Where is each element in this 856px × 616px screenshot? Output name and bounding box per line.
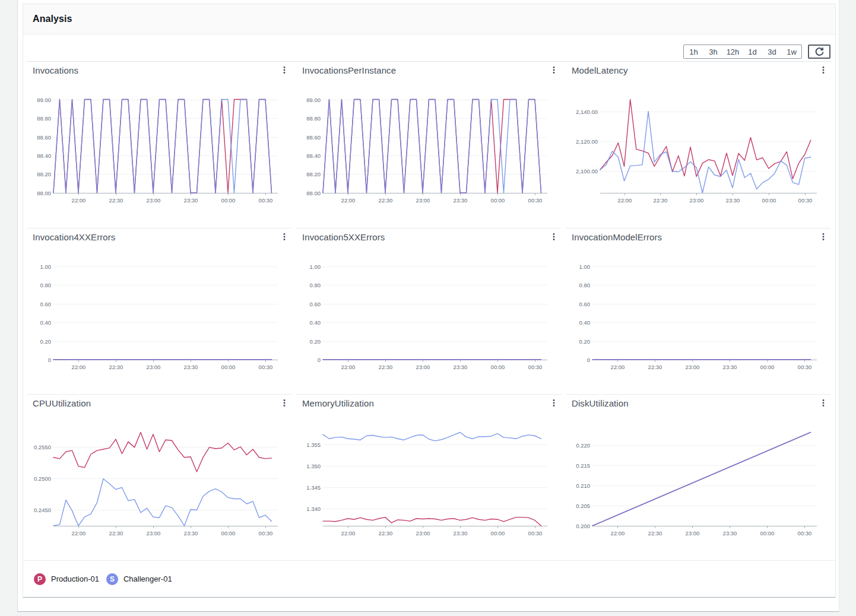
chart-plot-memoryutilization: 1.3551.3501.3451.34022:0022:3023:0023:30…: [296, 415, 561, 561]
svg-text:1.345: 1.345: [306, 484, 321, 491]
time-range-1d[interactable]: 1d: [743, 45, 762, 58]
chart-menu-kebab-icon[interactable]: [548, 398, 560, 410]
svg-text:0: 0: [587, 357, 590, 363]
svg-text:0.2500: 0.2500: [34, 475, 51, 482]
chart-title: InvocationModelErrors: [572, 231, 662, 243]
svg-text:0.80: 0.80: [310, 282, 321, 288]
chart-widget-invocationmodelerrors: InvocationModelErrors 1.000.800.600.400.…: [566, 228, 830, 394]
refresh-button[interactable]: [808, 45, 830, 59]
legend-label-production: Production-01: [51, 574, 99, 583]
chart-title: CPUUtilization: [33, 398, 91, 409]
chart-menu-kebab-icon[interactable]: [817, 65, 829, 77]
svg-text:23:30: 23:30: [454, 364, 468, 370]
series-line-production: [53, 100, 272, 193]
svg-text:1.340: 1.340: [306, 506, 321, 512]
time-range-3h[interactable]: 3h: [703, 45, 723, 58]
svg-text:88.00: 88.00: [306, 190, 321, 196]
series-line-production: [323, 100, 541, 193]
svg-text:23:30: 23:30: [723, 364, 737, 370]
shared-legend: P Production-01 S Challenger-01: [23, 560, 835, 597]
chart-menu-kebab-icon[interactable]: [817, 398, 829, 410]
chart-widget-modellatency: ModelLatency 2,140.002,120.002,100.0022:…: [566, 62, 830, 228]
svg-text:22:30: 22:30: [648, 364, 662, 370]
svg-text:00:30: 00:30: [259, 364, 273, 370]
svg-text:88.20: 88.20: [37, 171, 51, 177]
series-line-production: [323, 517, 541, 526]
svg-text:22:30: 22:30: [648, 530, 662, 536]
svg-text:0: 0: [318, 357, 321, 363]
analysis-card: Analysis 1h 3h 12h 1d 3d 1w Invocations: [23, 4, 836, 598]
svg-text:0.80: 0.80: [40, 282, 52, 288]
svg-text:00:00: 00:00: [221, 530, 236, 536]
svg-text:22:30: 22:30: [654, 197, 668, 204]
svg-text:23:00: 23:00: [416, 530, 430, 536]
chart-menu-kebab-icon[interactable]: [548, 65, 560, 77]
svg-text:88.80: 88.80: [37, 115, 51, 122]
svg-text:22:00: 22:00: [611, 530, 625, 536]
svg-text:22:00: 22:00: [341, 364, 356, 370]
time-range-1h[interactable]: 1h: [684, 45, 703, 58]
chart-plot-invocation4xxerrors: 1.000.800.600.400.20022:0022:3023:0023:3…: [27, 249, 291, 395]
chart-menu-kebab-icon[interactable]: [278, 398, 290, 410]
svg-text:00:00: 00:00: [221, 197, 236, 204]
chart-menu-kebab-icon[interactable]: [817, 231, 829, 244]
chart-menu-kebab-icon[interactable]: [278, 65, 290, 77]
svg-text:22:30: 22:30: [109, 364, 123, 370]
chart-title: Invocation4XXErrors: [33, 231, 115, 243]
svg-text:89.00: 89.00: [37, 97, 51, 103]
svg-text:22:00: 22:00: [341, 530, 356, 536]
svg-text:0.2450: 0.2450: [34, 507, 51, 513]
svg-text:0.80: 0.80: [579, 282, 591, 288]
chart-menu-kebab-icon[interactable]: [548, 231, 560, 244]
series-line-challenger: [600, 112, 811, 193]
series-line-challenger: [53, 479, 272, 526]
svg-text:23:00: 23:00: [147, 530, 161, 536]
svg-text:0.205: 0.205: [576, 503, 590, 509]
series-line-production: [53, 433, 272, 472]
svg-text:0.60: 0.60: [579, 301, 591, 307]
legend-item-production[interactable]: P Production-01: [34, 573, 99, 585]
chart-menu-kebab-icon[interactable]: [278, 231, 290, 244]
svg-text:23:00: 23:00: [147, 364, 161, 370]
svg-text:23:00: 23:00: [416, 364, 430, 370]
vertical-ellipsis-icon: [280, 398, 289, 408]
svg-text:00:00: 00:00: [491, 364, 505, 370]
svg-text:1.00: 1.00: [579, 263, 591, 270]
chart-title: DiskUtilization: [572, 398, 629, 409]
svg-text:23:00: 23:00: [416, 197, 430, 204]
svg-text:22:00: 22:00: [611, 364, 625, 370]
svg-text:1.00: 1.00: [310, 263, 321, 270]
svg-text:00:00: 00:00: [491, 530, 505, 536]
svg-text:0.210: 0.210: [576, 482, 590, 489]
svg-text:23:30: 23:30: [184, 530, 198, 536]
time-range-12h[interactable]: 12h: [723, 45, 743, 58]
chart-widget-invocationsperinstance: InvocationsPerInstance 89.0088.8088.6088…: [296, 62, 561, 228]
legend-item-challenger[interactable]: S Challenger-01: [106, 573, 172, 585]
svg-text:88.60: 88.60: [37, 134, 51, 141]
svg-text:0.20: 0.20: [310, 338, 321, 345]
time-range-1w[interactable]: 1w: [782, 45, 801, 58]
svg-text:2,140.00: 2,140.00: [576, 109, 598, 115]
svg-text:00:00: 00:00: [760, 364, 775, 370]
time-range-3d[interactable]: 3d: [762, 45, 782, 58]
chart-plot-invocation5xxerrors: 1.000.800.600.400.20022:0022:3023:0023:3…: [296, 249, 561, 395]
refresh-icon: [814, 47, 825, 57]
svg-text:22:00: 22:00: [341, 197, 356, 204]
svg-text:00:30: 00:30: [798, 197, 813, 204]
series-line-production: [600, 100, 811, 179]
chart-plot-invocationsperinstance: 89.0088.8088.6088.4088.2088.0022:0022:30…: [296, 82, 561, 228]
svg-text:88.00: 88.00: [37, 190, 51, 196]
svg-text:23:30: 23:30: [454, 197, 468, 204]
svg-text:0.60: 0.60: [40, 301, 52, 307]
svg-text:0.220: 0.220: [576, 442, 590, 449]
svg-text:88.40: 88.40: [37, 153, 51, 159]
chart-plot-cpuutilization: 0.25500.25000.245022:0022:3023:0023:3000…: [27, 415, 291, 561]
svg-text:88.40: 88.40: [306, 153, 321, 159]
svg-text:2,100.00: 2,100.00: [576, 168, 598, 174]
chart-plot-modellatency: 2,140.002,120.002,100.0022:0022:3023:002…: [566, 82, 830, 228]
series-line-challenger: [323, 433, 541, 441]
svg-text:22:00: 22:00: [72, 530, 86, 536]
legend-label-challenger: Challenger-01: [123, 574, 172, 583]
svg-text:2,120.00: 2,120.00: [576, 138, 598, 145]
svg-text:1.355: 1.355: [306, 442, 321, 448]
